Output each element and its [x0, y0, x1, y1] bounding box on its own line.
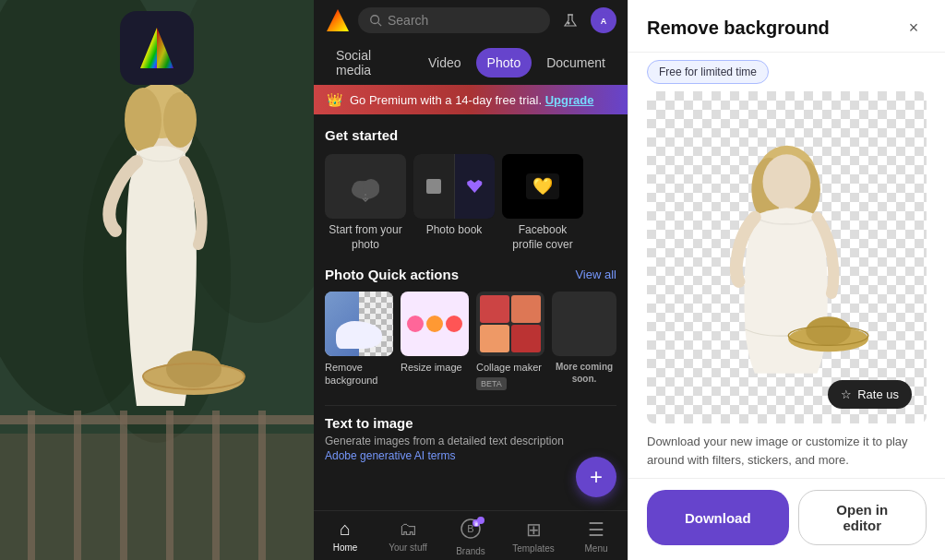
- free-badge-container: Free for limited time: [628, 53, 945, 91]
- pb-grid-icon: [426, 179, 441, 194]
- avatar-icon: A: [595, 12, 612, 29]
- tab-social-media[interactable]: Social media: [325, 41, 413, 85]
- text-to-image-section: Text to image Generate images from a det…: [325, 405, 616, 471]
- svg-line-24: [378, 23, 382, 27]
- bottom-nav: ⌂ Home 🗂 Your stuff B ♛ Brands ⊞ Templat…: [314, 510, 628, 560]
- nav-item-menu[interactable]: ☰ Menu: [565, 518, 628, 556]
- close-button[interactable]: ×: [901, 15, 927, 41]
- facebook-cover-icon: 💛: [526, 173, 559, 199]
- action-card-collage-label: Collage maker: [476, 361, 544, 374]
- crown-icon: 👑: [327, 92, 342, 107]
- svg-text:💛: 💛: [532, 176, 554, 197]
- more-card: More coming soon.: [552, 292, 616, 390]
- search-bar[interactable]: Search: [358, 7, 550, 33]
- nav-item-home[interactable]: ⌂ Home: [314, 518, 377, 556]
- svg-point-31: [363, 179, 379, 196]
- svg-rect-9: [166, 411, 173, 560]
- nav-label-templates: Templates: [512, 543, 555, 554]
- bottom-buttons: Download Open in editor: [628, 478, 945, 560]
- flower-circle-2: [426, 316, 443, 332]
- star-icon: ☆: [841, 387, 852, 401]
- menu-icon: ☰: [588, 518, 604, 541]
- svg-marker-22: [327, 9, 349, 31]
- tab-document[interactable]: Document: [535, 48, 616, 77]
- search-icon: [369, 14, 382, 27]
- beta-badge: BETA: [476, 377, 507, 390]
- tab-photo[interactable]: Photo: [476, 48, 532, 77]
- svg-rect-8: [120, 411, 127, 560]
- right-panel-title: Remove background: [647, 18, 830, 39]
- download-button[interactable]: Download: [647, 490, 789, 545]
- more-card-label: More coming soon.: [552, 361, 616, 385]
- premium-banner: 👑 Go Premium with a 14-day free trial. U…: [314, 85, 628, 114]
- brands-circle-icon: B ♛: [461, 518, 481, 539]
- flask-button[interactable]: [557, 7, 583, 33]
- svg-rect-7: [74, 411, 81, 560]
- svg-marker-21: [157, 28, 173, 68]
- starter-card-photo[interactable]: Start from your photo: [325, 154, 406, 252]
- starter-card-photo-img: [325, 154, 406, 219]
- tti-link[interactable]: Adobe generative AI terms: [325, 449, 616, 462]
- svg-point-45: [806, 316, 851, 345]
- quick-actions-title: Photo Quick actions: [325, 267, 459, 282]
- svg-text:A: A: [601, 17, 607, 26]
- shoe-shape: [336, 321, 382, 349]
- quick-actions-header: Photo Quick actions View all: [325, 267, 616, 282]
- templates-icon: ⊞: [526, 518, 542, 541]
- avatar-button[interactable]: A: [591, 7, 616, 33]
- svg-rect-6: [28, 411, 35, 560]
- starter-card-photo-label: Start from your photo: [325, 223, 406, 252]
- tab-video[interactable]: Video: [417, 48, 472, 77]
- svg-point-15: [163, 92, 197, 148]
- search-label: Search: [388, 13, 428, 28]
- nav-item-your-stuff[interactable]: 🗂 Your stuff: [377, 518, 439, 556]
- nav-label-your-stuff: Your stuff: [389, 542, 427, 553]
- nav-label-brands: Brands: [456, 546, 485, 556]
- nav-item-brands[interactable]: B ♛ Brands: [439, 518, 502, 556]
- fab-plus-icon: +: [590, 466, 603, 488]
- top-bar: Search A: [314, 0, 628, 41]
- starter-card-facebook-img: 💛: [502, 154, 583, 219]
- svg-rect-4: [0, 415, 314, 424]
- svg-point-42: [763, 154, 811, 209]
- preview-area: ☆ Rate us: [647, 91, 927, 423]
- action-card-collage[interactable]: Collage maker BETA: [476, 292, 544, 390]
- svg-point-17: [166, 351, 221, 387]
- nav-label-home: Home: [333, 542, 358, 553]
- tti-description: Generate images from a detailed text des…: [325, 434, 616, 449]
- svg-point-26: [568, 22, 570, 25]
- nav-label-menu: Menu: [584, 543, 607, 554]
- action-card-resize-label: Resize image: [401, 361, 469, 374]
- starter-cards-row: Start from your photo Photo book: [325, 154, 616, 252]
- actions-row: Remove background Resize image: [325, 292, 616, 390]
- more-card-box: [552, 292, 616, 356]
- action-card-remove-bg[interactable]: Remove background: [325, 292, 393, 390]
- action-card-resize[interactable]: Resize image: [401, 292, 469, 390]
- get-started-title: Get started: [325, 127, 616, 143]
- middle-panel: Search A Social media Video Photo: [314, 0, 628, 560]
- top-bar-icons: A: [557, 7, 616, 33]
- fab-button[interactable]: +: [576, 457, 616, 497]
- action-card-resize-img: [401, 292, 469, 356]
- content-area: Get started Start from your photo: [314, 114, 628, 510]
- nav-item-templates[interactable]: ⊞ Templates: [502, 518, 565, 556]
- starter-card-photobook-img: [413, 154, 495, 219]
- upgrade-link[interactable]: Upgrade: [545, 93, 594, 107]
- svg-point-23: [371, 16, 379, 24]
- view-all-link[interactable]: View all: [575, 268, 616, 281]
- starter-card-photobook-label: Photo book: [413, 223, 495, 238]
- starter-card-photobook[interactable]: Photo book: [413, 154, 495, 252]
- preview-person-svg: [647, 137, 927, 377]
- adobe-logo-svg: [131, 22, 183, 74]
- premium-text: Go Premium with a 14-day free trial. Upg…: [350, 93, 593, 107]
- your-stuff-icon: 🗂: [399, 518, 417, 540]
- flower-circle-1: [407, 316, 424, 332]
- description-text: Download your new image or customize it …: [628, 423, 945, 478]
- svg-rect-11: [258, 411, 266, 560]
- starter-card-facebook[interactable]: 💛 Facebook profile cover: [502, 154, 583, 252]
- open-editor-button[interactable]: Open in editor: [798, 490, 927, 545]
- pb-heart-icon: [465, 177, 484, 196]
- free-badge: Free for limited time: [647, 60, 769, 84]
- svg-text:♛: ♛: [473, 520, 479, 527]
- rate-us-button[interactable]: ☆ Rate us: [828, 380, 912, 409]
